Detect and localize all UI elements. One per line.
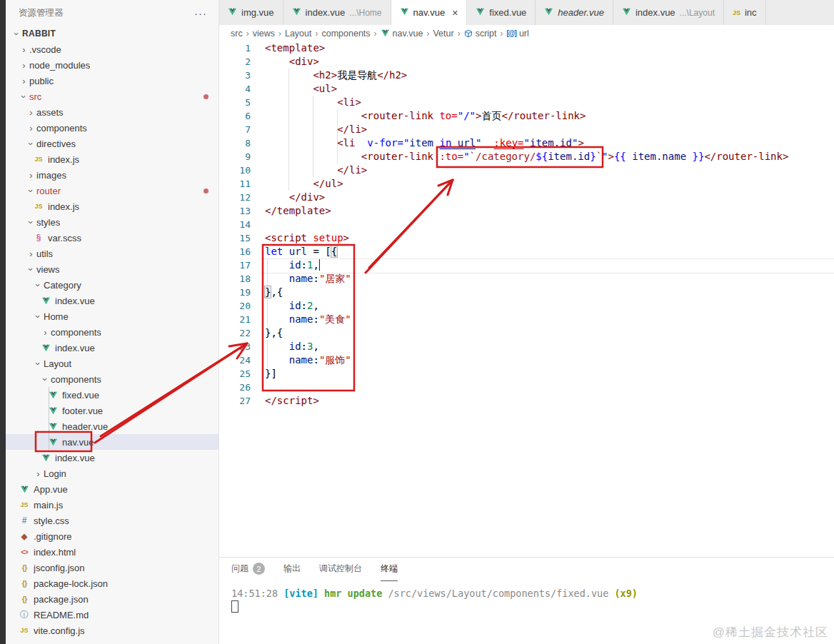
tree-item-style.css[interactable]: #style.css — [6, 513, 218, 528]
tab-inc[interactable]: JSinc — [724, 0, 766, 25]
tree-item-public[interactable]: ›public — [6, 73, 218, 89]
code-line[interactable]: 9 <router-link :to="`/category/${item.id… — [219, 150, 834, 163]
tree-item-src[interactable]: ›src — [6, 89, 218, 104]
tree-item-index.vue[interactable]: index.vue — [6, 340, 218, 356]
panel-tab-输出[interactable]: 输出 — [283, 558, 301, 581]
code-line[interactable]: 7 </li> — [219, 123, 834, 136]
code-line[interactable]: 20 id:2, — [219, 299, 834, 313]
code-line[interactable]: 17 id:1, — [219, 258, 834, 272]
breadcrumb-separator: › — [374, 29, 377, 39]
code-line[interactable]: 25}] — [219, 367, 834, 381]
code-line[interactable]: 6 <router-link to="/">首页</router-link> — [219, 109, 834, 123]
code-line[interactable]: 5 <li> — [219, 96, 834, 109]
terminal-output[interactable]: 14:51:28 [vite] hmr update /src/views/La… — [219, 580, 834, 615]
tree-item-footer.vue[interactable]: footer.vue — [6, 403, 218, 418]
tree-item-index.vue[interactable]: index.vue — [6, 450, 218, 466]
tree-item-var.scss[interactable]: §var.scss — [6, 230, 218, 246]
tree-item-images[interactable]: ›images — [6, 167, 218, 183]
close-icon[interactable]: × — [452, 8, 458, 18]
code-line[interactable]: 4 <ul> — [219, 82, 834, 96]
panel-tab-问题[interactable]: 问题2 — [231, 558, 265, 581]
breadcrumb-item-script[interactable]: script — [464, 29, 497, 39]
tree-item-index.html[interactable]: <>index.html — [6, 544, 218, 560]
code-line[interactable]: 10 </li> — [219, 163, 834, 177]
tree-item-README.md[interactable]: ⓘREADME.md — [6, 607, 218, 623]
tree-item-App.vue[interactable]: App.vue — [6, 481, 218, 497]
tree-item-jsconfig.json[interactable]: {}jsconfig.json — [6, 560, 218, 575]
breadcrumb-item-components[interactable]: components — [321, 29, 370, 39]
tree-item-package.json[interactable]: {}package.json — [6, 591, 218, 607]
breadcrumb-item-nav.vue[interactable]: nav.vue — [381, 29, 423, 39]
tree-item-fixed.vue[interactable]: fixed.vue — [6, 387, 218, 403]
tree-item-styles[interactable]: ›styles — [6, 214, 218, 230]
code-line[interactable]: 8 <li v-for="item in url" :key="item.id"… — [219, 136, 834, 150]
tree-item-.vscode[interactable]: ›.vscode — [6, 41, 218, 57]
tree-item-label: README.md — [34, 610, 89, 620]
breadcrumb-item-Vetur[interactable]: Vetur — [433, 29, 453, 39]
tree-item-components[interactable]: ›components — [6, 120, 218, 136]
tree-item-views[interactable]: ›views — [6, 261, 218, 277]
tree-item-Category[interactable]: ›Category — [6, 277, 218, 293]
code-line[interactable]: 2 <div> — [219, 55, 834, 69]
panel-tab-调试控制台[interactable]: 调试控制台 — [319, 558, 362, 581]
tree-item-package-lock.json[interactable]: {}package-lock.json — [6, 575, 218, 591]
tree-item-router[interactable]: ›router — [6, 183, 218, 198]
tree-item-components[interactable]: ›components — [6, 324, 218, 340]
tree-item-main.js[interactable]: JSmain.js — [6, 497, 218, 513]
css-icon: # — [19, 515, 30, 525]
json-icon: {} — [19, 563, 30, 572]
more-actions-icon[interactable]: ··· — [194, 7, 207, 19]
code-line[interactable]: 26 — [219, 381, 834, 394]
code-line[interactable]: 3 <h2>我是导航</h2> — [219, 69, 834, 82]
tab-fixed.vue[interactable]: fixed.vue — [467, 0, 536, 25]
tree-item-index.js[interactable]: JSindex.js — [6, 151, 218, 167]
tree-item-label: index.html — [34, 547, 76, 558]
code-line[interactable]: 11 </ul> — [219, 177, 834, 191]
tree-item-header.vue[interactable]: header.vue — [6, 418, 218, 434]
tree-item-assets[interactable]: ›assets — [6, 104, 218, 120]
code-line[interactable]: 15<script setup> — [219, 231, 834, 245]
breadcrumb-separator: › — [278, 29, 281, 39]
tree-item-Login[interactable]: ›Login — [6, 466, 218, 481]
tree-item-.gitignore[interactable]: ◆.gitignore — [6, 528, 218, 544]
chevron-right-icon: › — [19, 61, 29, 70]
tab-index.vue[interactable]: index.vue...\Home — [283, 0, 391, 25]
tab-index.vue[interactable]: index.vue...\Layout — [613, 0, 724, 25]
tree-item-label: index.vue — [55, 343, 95, 353]
code-line[interactable]: 23 id:3, — [219, 340, 834, 353]
code-editor[interactable]: 1<template>2 <div>3 <h2>我是导航</h2>4 <ul>5… — [219, 41, 834, 558]
tree-item-utils[interactable]: ›utils — [6, 246, 218, 261]
tree-item-nav.vue[interactable]: nav.vue — [6, 434, 218, 450]
code-line[interactable]: 16let url = [{ — [219, 245, 834, 258]
breadcrumb-item-src[interactable]: src — [231, 29, 243, 39]
code-line[interactable]: 19},{ — [219, 286, 834, 299]
code-line[interactable]: 18 name:"居家" — [219, 272, 834, 286]
git-icon: ◆ — [19, 532, 30, 541]
tree-item-RABBIT[interactable]: ›RABBIT — [6, 26, 218, 41]
tab-header.vue[interactable]: header.vue — [536, 0, 613, 25]
breadcrumb-item-url[interactable]: [@]url — [507, 29, 529, 39]
code-line[interactable]: 21 name:"美食" — [219, 313, 834, 326]
tree-item-Layout[interactable]: ›Layout — [6, 356, 218, 371]
code-line[interactable]: 22},{ — [219, 326, 834, 340]
tab-img.vue[interactable]: img.vue — [219, 0, 283, 25]
tree-item-components[interactable]: ›components — [6, 371, 218, 387]
code-line[interactable]: 24 name:"服饰" — [219, 353, 834, 367]
tree-item-vite.config.js[interactable]: JSvite.config.js — [6, 623, 218, 638]
breadcrumb-item-views[interactable]: views — [253, 29, 275, 39]
breadcrumb-item-Layout[interactable]: Layout — [285, 29, 312, 39]
tree-item-index.vue[interactable]: index.vue — [6, 293, 218, 308]
code-line[interactable]: 27</script> — [219, 394, 834, 408]
panel-tab-终端[interactable]: 终端 — [381, 558, 398, 581]
code-line[interactable]: 12 </div> — [219, 191, 834, 204]
tab-nav.vue[interactable]: nav.vue× — [391, 0, 468, 25]
tree-item-directives[interactable]: ›directives — [6, 136, 218, 151]
tree-item-index.js[interactable]: JSindex.js — [6, 198, 218, 214]
tree-item-node_modules[interactable]: ›node_modules — [6, 57, 218, 73]
code-line[interactable]: 14 — [219, 218, 834, 231]
code-line[interactable]: 13</template> — [219, 204, 834, 218]
chevron-right-icon: › — [33, 469, 44, 478]
activity-bar[interactable] — [0, 0, 6, 644]
tree-item-Home[interactable]: ›Home — [6, 308, 218, 324]
code-line[interactable]: 1<template> — [219, 41, 834, 55]
